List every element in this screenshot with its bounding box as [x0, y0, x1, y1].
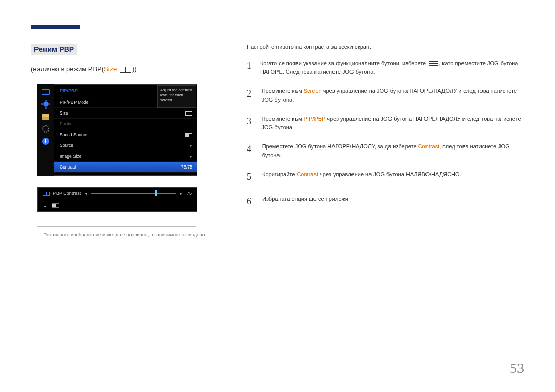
osd-row-size[interactable]: Size: [54, 108, 197, 119]
picture-icon[interactable]: [41, 113, 50, 120]
osd-sidebar: i: [37, 84, 54, 176]
subtitle-suffix: )): [132, 65, 137, 73]
arrow-right-icon[interactable]: ▸: [180, 191, 182, 196]
slider-label: PBP Contrast: [53, 191, 81, 196]
step-text: Когато се появи указание за функционални…: [260, 60, 428, 66]
osd-label: Source: [60, 143, 190, 148]
steps-list: 1 Когато се появи указание за функционал…: [247, 59, 524, 209]
keyword: Contrast: [297, 171, 318, 177]
osd-label: Image Size: [60, 154, 190, 159]
info-icon[interactable]: i: [41, 138, 50, 145]
contrast-slider[interactable]: [91, 191, 176, 196]
page-number: 53: [510, 360, 524, 377]
step-text: Коригирайте: [262, 171, 297, 177]
osd-value: 75/75: [181, 164, 192, 170]
step-number: 5: [247, 170, 254, 184]
chevron-right-icon: ▸: [190, 143, 192, 148]
step-6: 6 Избраната опция ще се приложи.: [247, 195, 524, 209]
osd-window: i Adjust the contrast level for each scr…: [37, 84, 197, 176]
subtitle-prefix: (налично в режим PBP(: [31, 65, 104, 73]
osd-row-contrast[interactable]: Contrast 75/75: [54, 162, 197, 173]
osd-tooltip: Adjust the contrast level for each scree…: [157, 85, 196, 108]
chevron-right-icon: ▸: [190, 154, 192, 159]
pbp-mini-icon: [43, 191, 49, 196]
navpad-icon[interactable]: [41, 101, 50, 108]
osd-label: Position: [60, 121, 192, 126]
step-4: 4 Преместете JOG бутона НАГОРЕ/НАДОЛУ, з…: [247, 142, 524, 160]
osd-row-position: Position: [54, 119, 197, 129]
step-text: чрез управление на JOG бутона НАЛЯВО/НАД…: [318, 171, 461, 177]
step-2: 2 Преминете към Screen чрез управление н…: [247, 87, 524, 104]
pbp-split-icon: [120, 67, 131, 73]
step-number: 1: [247, 59, 252, 77]
header-rule: [31, 27, 524, 29]
step-5: 5 Коригирайте Contrast чрез управление н…: [247, 170, 524, 184]
osd-label: Size: [60, 110, 185, 116]
osd-row-source[interactable]: Source ▸: [54, 140, 197, 151]
keyword: Contrast: [418, 143, 440, 150]
step-text: Преминете към: [262, 116, 304, 122]
description: Настройте нивото на контраста за всеки е…: [247, 44, 524, 50]
osd-value-icon: [185, 110, 192, 116]
subtitle: (налично в режим PBP(Size )): [31, 65, 226, 73]
slider-panel: PBP Contrast ◂ ▸ 75 ⌄: [37, 187, 197, 212]
step-text: Преминете към: [262, 88, 304, 94]
step-1: 1 Когато се появи указание за функционал…: [247, 59, 524, 77]
subtitle-size-word: Size: [104, 65, 117, 73]
slider-value: 75: [187, 191, 192, 196]
osd-label: Sound Source: [60, 132, 185, 137]
keyword: Screen: [304, 88, 322, 94]
step-text: Преместете JOG бутона НАГОРЕ/НАДОЛУ, за …: [262, 143, 418, 150]
monitor-icon[interactable]: [41, 88, 50, 96]
footnote-separator: [37, 226, 196, 227]
arrow-left-icon[interactable]: ◂: [85, 191, 87, 196]
menu-icon: [429, 61, 438, 66]
keyword: PIP/PBP: [304, 116, 326, 122]
header-accent: [31, 25, 80, 29]
osd-row-image-size[interactable]: Image Size ▸: [54, 151, 197, 162]
step-text: Избраната опция ще се приложи.: [262, 196, 350, 202]
chevron-down-icon[interactable]: ⌄: [43, 202, 47, 208]
footnote: ― Показаното изображение може да е разли…: [37, 232, 226, 237]
step-number: 6: [247, 195, 254, 209]
step-number: 2: [247, 87, 253, 104]
osd-row-sound[interactable]: Sound Source: [54, 129, 197, 140]
step-3: 3 Преминете към PIP/PBP чрез управление …: [247, 115, 524, 132]
step-number: 4: [247, 142, 254, 160]
mode-title: Режим PBP: [31, 44, 77, 55]
pbp-mini-icon: [52, 203, 59, 208]
step-number: 3: [247, 115, 253, 132]
settings-gear-icon[interactable]: [41, 125, 50, 133]
osd-label: Contrast: [60, 164, 181, 170]
osd-value-icon: [185, 132, 192, 137]
